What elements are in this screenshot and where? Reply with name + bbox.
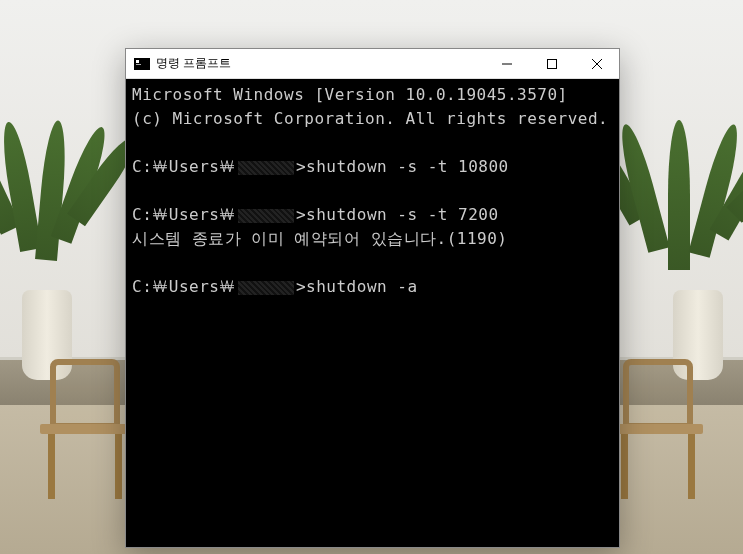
terminal-line: (c) Microsoft Corporation. All rights re… (132, 107, 613, 131)
terminal-line: C:￦Users￦>shutdown -a (132, 275, 613, 299)
terminal-line: 시스템 종료가 이미 예약되어 있습니다.(1190) (132, 227, 613, 251)
terminal-line: C:￦Users￦>shutdown -s -t 10800 (132, 155, 613, 179)
maximize-button[interactable] (529, 49, 574, 78)
window-controls (484, 49, 619, 78)
window-title: 명령 프롬프트 (156, 55, 484, 72)
plant-left (0, 100, 120, 380)
terminal-output[interactable]: Microsoft Windows [Version 10.0.19045.35… (126, 79, 619, 547)
titlebar[interactable]: 명령 프롬프트 (126, 49, 619, 79)
redacted-username (238, 161, 294, 175)
minimize-button[interactable] (484, 49, 529, 78)
svg-rect-1 (547, 59, 556, 68)
chair-right (613, 359, 703, 499)
redacted-username (238, 281, 294, 295)
cmd-icon (134, 58, 150, 70)
terminal-line: C:￦Users￦>shutdown -s -t 7200 (132, 203, 613, 227)
plant-right (613, 90, 743, 380)
chair-left (40, 359, 130, 499)
close-icon (592, 59, 602, 69)
maximize-icon (547, 59, 557, 69)
command-prompt-window: 명령 프롬프트 Microsoft Windows [Version 10.0.… (125, 48, 620, 548)
minimize-icon (502, 59, 512, 69)
close-button[interactable] (574, 49, 619, 78)
terminal-line: Microsoft Windows [Version 10.0.19045.35… (132, 83, 613, 107)
redacted-username (238, 209, 294, 223)
